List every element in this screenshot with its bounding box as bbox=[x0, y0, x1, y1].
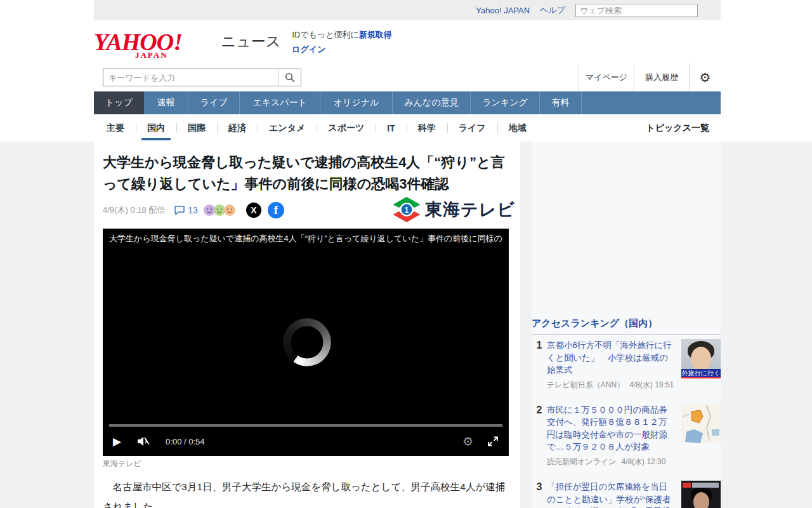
login-link[interactable]: ログイン bbox=[292, 44, 325, 54]
account-links: マイページ 購入履歴 ⚙ bbox=[579, 64, 721, 91]
access-ranking-title[interactable]: アクセスランキング（国内） bbox=[532, 318, 657, 330]
yahoo-logo-japan-text: JAPAN bbox=[135, 50, 168, 60]
video-overlay-title: 大学生から現金脅し取った疑いで逮捕の高校生4人「“狩り”と言って繰り返していた」… bbox=[109, 233, 502, 244]
ranking-item-meta: テレビ朝日系（ANN） 4/8(水) 19:51 bbox=[547, 380, 675, 391]
emoji-orange-icon bbox=[223, 204, 236, 217]
page: Yahoo! JAPAN ヘルプ YAHOO! JAPAN ニュース IDでもっ… bbox=[0, 0, 812, 508]
x-share-icon[interactable]: X bbox=[246, 203, 261, 218]
tab-opinions[interactable]: みんなの意見 bbox=[393, 91, 471, 114]
main-navigation: トップ 速報 ライブ エキスパート オリジナル みんなの意見 ランキング 有料 bbox=[94, 91, 721, 114]
video-caption: 東海テレビ bbox=[103, 458, 141, 469]
id-promo: IDでもっと便利に新規取得 ログイン bbox=[292, 27, 392, 57]
comments-button[interactable]: 13 bbox=[174, 205, 198, 215]
ranking-item-1: 1 京都小6行方不明「海外旅行に行くと聞いた」 小学校は厳戒の始業式 テレビ朝日… bbox=[532, 339, 721, 391]
topics-list-link[interactable]: トピックス一覧 bbox=[646, 114, 721, 142]
video-settings-icon[interactable]: ⚙ bbox=[462, 434, 473, 449]
loading-spinner-icon bbox=[283, 318, 331, 366]
ranking-thumbnail[interactable] bbox=[681, 481, 721, 508]
tab-live[interactable]: ライブ bbox=[188, 91, 240, 114]
comment-icon bbox=[174, 205, 185, 215]
thumbnail-overlay-bar bbox=[692, 483, 719, 488]
category-life[interactable]: ライフ bbox=[447, 114, 497, 142]
share-buttons: X f bbox=[246, 202, 284, 218]
category-it[interactable]: IT bbox=[376, 114, 406, 142]
signup-link[interactable]: 新規取得 bbox=[359, 30, 392, 39]
category-kokunai[interactable]: 国内 bbox=[136, 114, 176, 142]
fullscreen-icon[interactable] bbox=[487, 436, 499, 447]
publisher-name: 東海テレビ bbox=[425, 198, 515, 221]
ranking-thumbnail[interactable] bbox=[681, 404, 721, 443]
ranking-item-link[interactable]: 市民に１万５０００円の商品券交付へ、発行額８億８８１２万円は臨時交付金や市の一般… bbox=[547, 404, 675, 453]
ranking-item-2: 2 市民に１万５０００円の商品券交付へ、発行額８億８８１２万円は臨時交付金や市の… bbox=[532, 404, 721, 467]
keyword-search-input[interactable] bbox=[103, 69, 278, 86]
map-thumbnail-icon bbox=[681, 404, 721, 443]
video-player[interactable]: 大学生から現金脅し取った疑いで逮捕の高校生4人「“狩り”と言って繰り返していた」… bbox=[103, 229, 509, 456]
ranking-thumbnail[interactable]: 外旅行に行く bbox=[681, 339, 721, 378]
thumbnail-caption: 外旅行に行く bbox=[681, 369, 721, 377]
category-keizai[interactable]: 経済 bbox=[217, 114, 258, 142]
category-kokusai[interactable]: 国際 bbox=[176, 114, 217, 142]
ranking-item-source: テレビ朝日系（ANN） bbox=[547, 380, 624, 391]
ranking-item-source: 読売新聞オンライン bbox=[547, 457, 616, 467]
category-shuyo[interactable]: 主要 bbox=[95, 114, 136, 142]
video-time-display: 0:00 / 0:54 bbox=[166, 437, 204, 446]
ranking-item-time: 4/8(水) 19:51 bbox=[629, 380, 674, 391]
article-card: 大学生から現金脅し取った疑いで逮捕の高校生4人「“狩り”と言って繰り返していた」… bbox=[94, 142, 520, 508]
category-kagaku[interactable]: 科学 bbox=[407, 114, 447, 142]
promo-text: IDでもっと便利に bbox=[292, 30, 359, 39]
ranking-item-3: 3 「担任が翌日の欠席連絡を当日のことと勘違い」学校が“保護者への連絡の遅れ”を… bbox=[532, 481, 721, 508]
rank-number: 3 bbox=[532, 481, 547, 508]
tab-paid[interactable]: 有料 bbox=[540, 91, 582, 114]
publisher-logo[interactable]: 1 東海テレビ bbox=[392, 196, 515, 223]
video-control-row: ▶ 0:00 / 0:54 ⚙ bbox=[103, 427, 509, 456]
search-row: マイページ 購入履歴 ⚙ bbox=[94, 64, 721, 91]
article-meta-row: 4/9(木) 0:18 配信 13 bbox=[103, 200, 515, 220]
yahoo-news-logo[interactable]: YAHOO! JAPAN ニュース bbox=[94, 31, 280, 53]
category-entame[interactable]: エンタメ bbox=[258, 114, 317, 142]
ranking-divider bbox=[532, 334, 721, 335]
rank-number: 1 bbox=[532, 339, 547, 391]
category-sports[interactable]: スポーツ bbox=[317, 114, 376, 142]
tab-sokuho[interactable]: 速報 bbox=[144, 91, 188, 114]
thumbnail-figure bbox=[691, 347, 711, 371]
category-navigation: 主要 国内 国際 経済 エンタメ スポーツ IT 科学 ライフ 地域 トピックス… bbox=[94, 114, 721, 142]
ranking-item-link[interactable]: 「担任が翌日の欠席連絡を当日のことと勘違い」学校が“保護者への連絡の遅れ”を説明… bbox=[547, 481, 675, 508]
service-name-label: ニュース bbox=[221, 32, 281, 51]
rank-number: 2 bbox=[532, 404, 547, 467]
tokai-tv-logo-icon: 1 bbox=[392, 196, 421, 223]
reaction-icons[interactable] bbox=[206, 204, 236, 217]
mute-icon[interactable] bbox=[136, 436, 150, 447]
svg-text:1: 1 bbox=[405, 206, 409, 215]
web-search-input[interactable] bbox=[575, 4, 698, 17]
thumbnail-badge bbox=[683, 483, 691, 488]
comment-count: 13 bbox=[188, 205, 198, 215]
keyword-search-box bbox=[103, 69, 301, 86]
ranking-item-link[interactable]: 京都小6行方不明「海外旅行に行くと聞いた」 小学校は厳戒の始業式 bbox=[547, 339, 675, 377]
thumbnail-figure bbox=[693, 492, 709, 508]
settings-gear-button[interactable]: ⚙ bbox=[689, 64, 721, 91]
sidebar: アクセスランキング（国内） 1 京都小6行方不明「海外旅行に行くと聞いた」 小学… bbox=[532, 142, 721, 508]
my-page-link[interactable]: マイページ bbox=[579, 64, 634, 91]
facebook-share-icon[interactable]: f bbox=[268, 202, 284, 218]
thumbnail-accent-line bbox=[681, 377, 721, 378]
tab-expert[interactable]: エキスパート bbox=[240, 91, 320, 114]
ranking-list: 1 京都小6行方不明「海外旅行に行くと聞いた」 小学校は厳戒の始業式 テレビ朝日… bbox=[532, 339, 721, 508]
article-title: 大学生から現金脅し取った疑いで逮捕の高校生4人「“狩り”と言って繰り返していた」… bbox=[103, 152, 514, 195]
tab-original[interactable]: オリジナル bbox=[320, 91, 393, 114]
ranking-item-meta: 読売新聞オンライン 4/8(水) 12:30 bbox=[547, 457, 675, 467]
masthead: YAHOO! JAPAN ニュース IDでもっと便利に新規取得 ログイン bbox=[94, 20, 721, 64]
gear-icon: ⚙ bbox=[700, 70, 711, 85]
yahoo-japan-link[interactable]: Yahoo! JAPAN bbox=[476, 6, 530, 15]
ranking-item-time: 4/8(水) 12:30 bbox=[621, 457, 665, 467]
search-button[interactable] bbox=[278, 69, 301, 86]
category-chiiki[interactable]: 地域 bbox=[497, 114, 538, 142]
video-controls: ▶ 0:00 / 0:54 ⚙ bbox=[103, 423, 509, 456]
help-link[interactable]: ヘルプ bbox=[540, 4, 565, 16]
tab-top[interactable]: トップ bbox=[94, 91, 144, 114]
play-icon[interactable]: ▶ bbox=[113, 435, 121, 448]
article-date: 4/9(木) 0:18 配信 bbox=[103, 204, 165, 216]
top-utility-bar: Yahoo! JAPAN ヘルプ bbox=[94, 0, 721, 20]
tab-ranking[interactable]: ランキング bbox=[471, 91, 540, 114]
search-icon bbox=[285, 72, 295, 83]
purchase-history-link[interactable]: 購入履歴 bbox=[634, 64, 689, 91]
